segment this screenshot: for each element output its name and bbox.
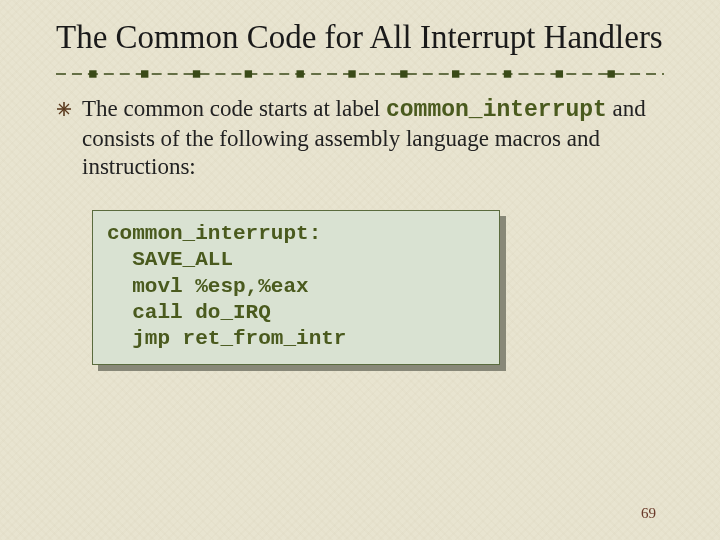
- svg-rect-7: [401, 71, 407, 77]
- slide: The Common Code for All Interrupt Handle…: [0, 0, 720, 540]
- svg-rect-3: [194, 71, 200, 77]
- slide-title: The Common Code for All Interrupt Handle…: [56, 18, 664, 57]
- svg-rect-11: [608, 71, 614, 77]
- bullet-item: The common code starts at label common_i…: [56, 95, 664, 182]
- svg-rect-1: [90, 71, 96, 77]
- code-label-inline: common_interrupt: [386, 97, 607, 123]
- svg-rect-8: [453, 71, 459, 77]
- svg-rect-5: [297, 71, 303, 77]
- body-pre: The common code starts at label: [82, 96, 386, 121]
- code-block-container: common_interrupt: SAVE_ALL movl %esp,%ea…: [92, 210, 500, 365]
- body-text: The common code starts at label common_i…: [82, 95, 664, 182]
- svg-rect-6: [349, 71, 355, 77]
- svg-rect-2: [142, 71, 148, 77]
- divider: [56, 67, 664, 81]
- bullet-icon: [56, 101, 72, 121]
- page-number: 69: [641, 505, 656, 522]
- svg-rect-9: [505, 71, 511, 77]
- svg-rect-10: [556, 71, 562, 77]
- code-block: common_interrupt: SAVE_ALL movl %esp,%ea…: [92, 210, 500, 365]
- svg-rect-4: [245, 71, 251, 77]
